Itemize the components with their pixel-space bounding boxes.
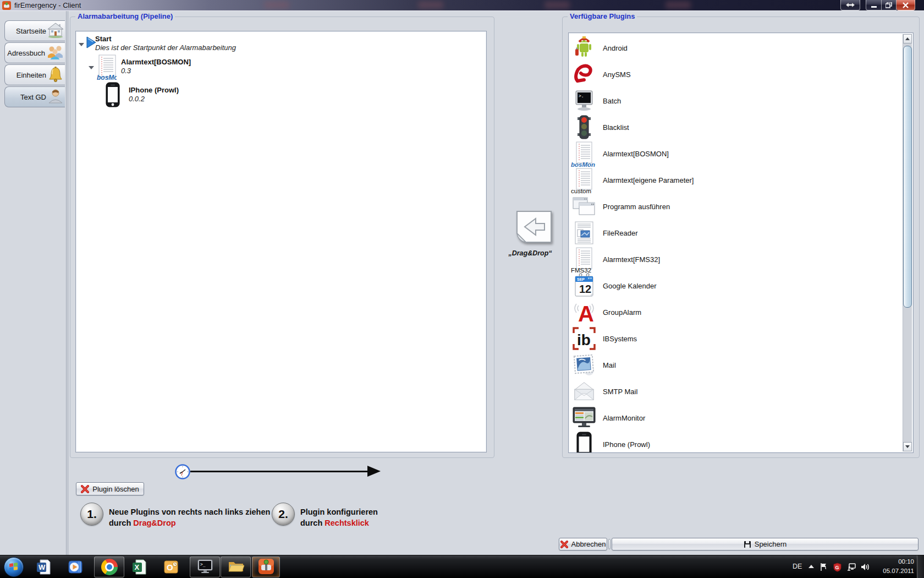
sidebar-item-startseite[interactable]: Startseite xyxy=(4,20,65,41)
taskbar: W X O >_ DE xyxy=(0,555,924,578)
plugin-label: Google Kalender xyxy=(603,282,657,290)
sidebar-divider xyxy=(66,11,67,555)
taskbar-explorer-open[interactable] xyxy=(221,557,251,577)
tray-time: 00:10 xyxy=(898,558,914,565)
program-windows-icon xyxy=(572,194,596,219)
window-close-button[interactable] xyxy=(897,0,915,10)
plugin-item-alarmtext-bosmon[interactable]: bosMon Alarmtext[BOSMON] xyxy=(569,140,913,167)
svg-text:X: X xyxy=(135,563,140,571)
step-1-highlight: Drag&Drop xyxy=(133,519,175,527)
red-x-icon xyxy=(81,485,89,493)
svg-text:12: 12 xyxy=(579,283,591,295)
tray-language[interactable]: DE xyxy=(793,563,802,570)
ibsystems-icon: ib xyxy=(572,326,596,351)
plugin-label: GroupAlarm xyxy=(603,308,641,317)
plugin-item-batch[interactable]: >. Batch xyxy=(569,88,913,114)
chrome-icon xyxy=(101,559,118,575)
sidebar-item-einheiten[interactable]: Einheiten xyxy=(4,64,65,85)
plugin-item-filereader[interactable]: FileReader xyxy=(569,220,913,246)
pipeline-node-description: 0.3 xyxy=(121,67,131,75)
dragdrop-hint: „Drag&Drop“ xyxy=(505,210,556,257)
svg-text:A: A xyxy=(578,302,594,325)
pipeline-tree-panel[interactable]: Start Dies ist der Startpunkt der Alarma… xyxy=(75,31,487,452)
window-resize-button[interactable] xyxy=(840,0,860,10)
filereader-icon xyxy=(572,220,596,246)
speaker-icon[interactable] xyxy=(860,563,870,573)
plugin-item-programm-ausfuehren[interactable]: Programm ausführen xyxy=(569,193,913,220)
cancel-label: Abbrechen xyxy=(571,540,606,548)
sidebar-item-text-gd[interactable]: Text GD xyxy=(4,86,65,107)
antivirus-shield-icon[interactable]: G xyxy=(833,563,842,574)
save-button[interactable]: Speichern xyxy=(612,538,919,550)
tray-clock[interactable]: 00:10 05.07.2011 xyxy=(876,557,914,577)
scrollbar-down-button[interactable] xyxy=(903,442,912,451)
tray-expand-icon[interactable] xyxy=(809,565,814,568)
close-icon xyxy=(903,2,909,8)
plugin-item-alarmtext-fms32[interactable]: FMS32 Alarmtext[FMS32] xyxy=(569,246,913,272)
pipeline-node-label[interactable]: Start xyxy=(95,35,112,43)
save-label: Speichern xyxy=(755,540,787,548)
plugin-item-smtp-mail[interactable]: SMTP Mail xyxy=(569,378,913,405)
people-icon xyxy=(46,45,64,62)
android-icon xyxy=(572,35,596,61)
plugins-scrollbar[interactable] xyxy=(903,34,912,451)
word-icon[interactable]: W xyxy=(35,559,52,575)
alarmmonitor-icon xyxy=(572,405,596,430)
drag-page-icon xyxy=(507,210,553,246)
sidebar-item-adressbuch[interactable]: Adressbuch xyxy=(4,42,65,63)
plugin-label: Blacklist xyxy=(603,123,629,132)
plugins-groupbox: Verfügbare Plugins Android AnySMS >. Bat… xyxy=(562,17,920,458)
plugin-item-alarmmonitor[interactable]: AlarmMonitor xyxy=(569,405,913,431)
sidebar-item-label: Einheiten xyxy=(16,71,46,79)
cancel-button[interactable]: Abbrechen xyxy=(559,538,607,550)
plugin-item-groupalarm[interactable]: A GroupAlarm xyxy=(569,299,913,325)
clock-icon xyxy=(175,464,190,481)
plugin-item-blacklist[interactable]: Blacklist xyxy=(569,114,913,140)
delete-plugin-button[interactable]: Plugin löschen xyxy=(76,482,144,495)
anysms-icon xyxy=(572,62,596,87)
taskbar-chrome-open[interactable] xyxy=(94,557,124,577)
pipeline-node-label[interactable]: IPhone (Prowl) xyxy=(129,86,179,94)
taskbar-firemergency-active[interactable] xyxy=(252,557,280,577)
plugin-item-android[interactable]: Android xyxy=(569,35,913,61)
plugin-label: AnySMS xyxy=(603,70,631,79)
flow-arrow xyxy=(190,471,369,472)
red-x-icon xyxy=(560,541,568,548)
resize-arrows-icon xyxy=(845,2,855,8)
window-maximize-button[interactable] xyxy=(882,0,897,10)
plugin-label: FileReader xyxy=(603,229,638,237)
step-1-badge: 1. xyxy=(80,503,103,526)
taskbar-console-open[interactable]: >_ xyxy=(190,557,220,577)
expander-start[interactable] xyxy=(79,43,84,46)
show-desktop-button[interactable] xyxy=(917,555,924,578)
plugin-item-mail[interactable]: Mail xyxy=(569,352,913,378)
plugin-label: IBSystems xyxy=(603,335,637,343)
scrollbar-thumb[interactable] xyxy=(903,46,912,308)
plugin-item-ibsystems[interactable]: ib IBSystems xyxy=(569,325,913,352)
groupalarm-icon: A xyxy=(572,299,596,325)
batch-terminal-icon: >. xyxy=(572,88,596,113)
plugin-item-alarmtext-eigene-parameter[interactable]: custom Alarmtext[eigene Parameter] xyxy=(569,167,913,193)
scrollbar-up-button[interactable] xyxy=(903,34,912,43)
start-orb[interactable] xyxy=(4,557,24,577)
plugin-item-google-kalender[interactable]: SEP12 Google Kalender xyxy=(569,272,913,299)
action-center-flag-icon[interactable] xyxy=(820,563,828,573)
pipeline-node-description: Dies ist der Startpunkt der Alarmabarbei… xyxy=(95,43,236,52)
plugin-item-iphone-prowl[interactable]: IPhone (Prowl) xyxy=(569,431,913,453)
expander-bosmon[interactable] xyxy=(89,66,94,69)
plugin-item-anysms[interactable]: AnySMS xyxy=(569,61,913,88)
pipeline-node-label[interactable]: Alarmtext[BOSMON] xyxy=(121,58,191,66)
window-minimize-button[interactable] xyxy=(866,0,882,10)
plugin-label: Batch xyxy=(603,97,621,105)
bell-icon xyxy=(47,66,64,84)
media-player-icon[interactable] xyxy=(67,559,84,575)
outlook-icon[interactable]: O xyxy=(163,559,179,575)
excel-icon[interactable]: X xyxy=(131,559,147,575)
minimize-icon xyxy=(871,3,877,8)
svg-text:W: W xyxy=(38,563,46,571)
network-icon[interactable] xyxy=(846,563,856,573)
sidebar-item-label: Adressbuch xyxy=(7,49,45,57)
plugin-label: Programm ausführen xyxy=(603,203,670,211)
desktop: firEmergency - Client Startseite Adressb… xyxy=(0,0,924,578)
iphone-icon xyxy=(572,432,596,453)
